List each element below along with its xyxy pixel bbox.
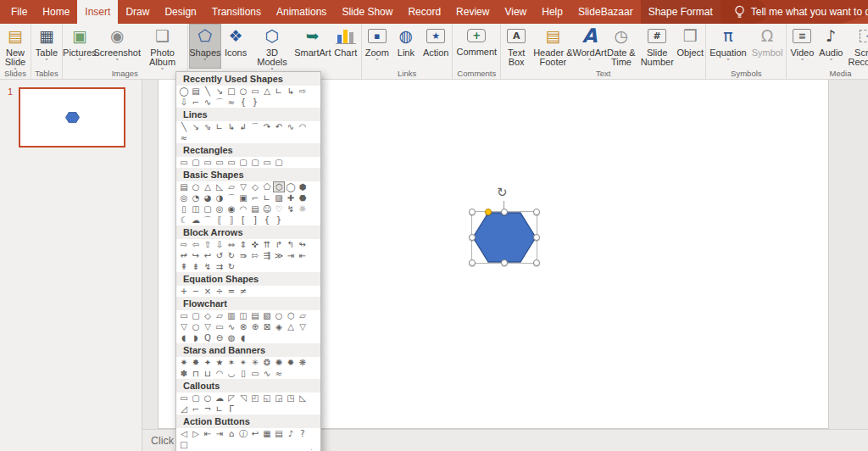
shape-option[interactable]: ↷ bbox=[261, 121, 273, 132]
shape-option[interactable]: ○ bbox=[190, 181, 202, 192]
shape-option[interactable]: ▨ bbox=[273, 192, 285, 203]
tab-slide-show[interactable]: Slide Show bbox=[334, 0, 400, 24]
ribbon-button-equation[interactable]: πEquation˅ bbox=[707, 24, 748, 69]
shape-option[interactable]: ✴ bbox=[237, 357, 249, 368]
shape-option[interactable]: ◎ bbox=[214, 203, 225, 214]
ribbon-button-screenshot[interactable]: ◉Screenshot˅ bbox=[96, 24, 139, 69]
shape-option[interactable]: ⬡ bbox=[285, 310, 297, 321]
shape-option[interactable]: ▭ bbox=[214, 321, 225, 332]
shape-option[interactable]: { bbox=[261, 214, 273, 226]
ribbon-button-zoom[interactable]: ▪Zoom˅ bbox=[363, 24, 392, 69]
tab-animations[interactable]: Animations bbox=[269, 0, 334, 24]
shape-option[interactable]: ⟧ bbox=[225, 214, 237, 226]
shape-option[interactable]: ↱ bbox=[273, 239, 285, 250]
shape-option[interactable]: ▱ bbox=[297, 310, 309, 321]
shape-option[interactable]: ✚ bbox=[285, 192, 297, 203]
shape-option[interactable]: ▭ bbox=[202, 157, 214, 168]
shape-option[interactable]: ☼ bbox=[297, 203, 309, 214]
shape-option[interactable]: ▱ bbox=[225, 181, 237, 192]
resize-handle-e[interactable] bbox=[533, 234, 540, 241]
shape-option[interactable]: ⊔ bbox=[202, 368, 214, 379]
shape-option[interactable]: ✹ bbox=[285, 357, 297, 368]
ribbon-button-slide-number[interactable]: #Slide Number bbox=[638, 24, 676, 69]
shape-option[interactable]: ◹ bbox=[237, 393, 249, 404]
shape-option[interactable]: ▢ bbox=[190, 310, 202, 321]
tab-file[interactable]: File bbox=[3, 0, 35, 24]
shape-option[interactable]: △ bbox=[285, 321, 297, 332]
shape-option[interactable]: ★ bbox=[214, 357, 225, 368]
shape-option[interactable]: ] bbox=[249, 214, 261, 226]
shape-option[interactable]: ▽ bbox=[297, 321, 309, 332]
shape-option[interactable]: ⇘ bbox=[202, 121, 214, 132]
ribbon-button-smartart[interactable]: ➥SmartArt bbox=[294, 24, 331, 69]
shape-option[interactable]: ♡ bbox=[273, 203, 285, 214]
tab-shape-format[interactable]: Shape Format bbox=[641, 0, 721, 24]
resize-handle-n[interactable] bbox=[501, 209, 508, 215]
shape-option[interactable]: ⇥ bbox=[285, 250, 297, 261]
slide-thumbnail[interactable] bbox=[19, 87, 125, 148]
shape-option[interactable]: ⇨ bbox=[297, 86, 309, 97]
shape-option[interactable]: { bbox=[237, 97, 249, 108]
tab-review[interactable]: Review bbox=[448, 0, 497, 24]
shape-option[interactable]: □ bbox=[178, 439, 190, 450]
ribbon-button-wordart[interactable]: AWordArt˅ bbox=[576, 24, 604, 69]
ribbon-button-object[interactable]: ❒Object bbox=[676, 24, 704, 69]
shape-option[interactable]: ✺ bbox=[273, 357, 285, 368]
shape-option[interactable]: ↬ bbox=[297, 239, 309, 250]
shape-option[interactable]: ◈ bbox=[273, 321, 285, 332]
shape-option[interactable]: ◁ bbox=[178, 428, 190, 439]
shape-option[interactable]: ❂ bbox=[261, 357, 273, 368]
rotation-handle[interactable]: ↻ bbox=[497, 185, 508, 200]
shape-option[interactable]: ? bbox=[297, 428, 309, 439]
shape-option[interactable]: ↰ bbox=[285, 239, 297, 250]
shape-option[interactable]: ▢ bbox=[249, 157, 261, 168]
shape-option[interactable]: ❋ bbox=[297, 357, 309, 368]
shape-option[interactable]: ↯ bbox=[285, 203, 297, 214]
shape-option[interactable]: □ bbox=[225, 86, 237, 97]
shape-option[interactable]: ◰ bbox=[249, 393, 261, 404]
resize-handle-se[interactable] bbox=[533, 259, 540, 266]
shape-option[interactable]: ↘ bbox=[214, 86, 225, 97]
shape-option[interactable]: ⇤ bbox=[202, 428, 214, 439]
shape-option[interactable]: ⇩ bbox=[178, 97, 190, 108]
shape-option[interactable]: ▭ bbox=[249, 86, 261, 97]
shape-option[interactable]: ≈ bbox=[225, 97, 237, 108]
shape-option[interactable]: ▱ bbox=[214, 310, 225, 321]
ribbon-button-date-time[interactable]: ◷Date & Time bbox=[604, 24, 639, 69]
shape-option[interactable]: ∿ bbox=[285, 121, 297, 132]
shape-option[interactable]: ⌒ bbox=[225, 192, 237, 203]
ribbon-button-photo-album[interactable]: ❏Photo Album˅ bbox=[139, 24, 186, 69]
shape-option[interactable]: ✸ bbox=[190, 357, 202, 368]
shape-option[interactable]: ✜ bbox=[249, 239, 261, 250]
shape-option[interactable]: ⇩ bbox=[214, 239, 225, 250]
shape-option[interactable]: ≠ bbox=[237, 286, 249, 297]
shape-option[interactable]: ∿ bbox=[202, 97, 214, 108]
shape-option[interactable]: ◯ bbox=[285, 181, 297, 192]
shape-option[interactable]: ¬ bbox=[202, 404, 214, 415]
shape-option[interactable]: ♪ bbox=[285, 428, 297, 439]
shape-option[interactable]: ▽ bbox=[237, 181, 249, 192]
shape-option[interactable]: × bbox=[202, 286, 214, 297]
ribbon-button-new-slide[interactable]: ▤New Slide˅ bbox=[1, 24, 30, 69]
ribbon-button-table[interactable]: ▦Table˅ bbox=[32, 24, 61, 69]
shape-option[interactable]: ◇ bbox=[202, 310, 214, 321]
shape-option[interactable]: ⌐ bbox=[249, 192, 261, 203]
ribbon-button-action[interactable]: ★Action bbox=[420, 24, 452, 69]
shape-option[interactable]: ⇰ bbox=[249, 250, 261, 261]
tab-record[interactable]: Record bbox=[400, 0, 448, 24]
shape-option[interactable]: ⇥ bbox=[214, 428, 225, 439]
ribbon-button-chart[interactable]: Chart bbox=[331, 24, 360, 69]
resize-handle-sw[interactable] bbox=[469, 259, 476, 266]
shape-option[interactable]: Γ bbox=[225, 404, 237, 415]
shape-option[interactable]: } bbox=[273, 214, 285, 226]
tab-view[interactable]: View bbox=[497, 0, 534, 24]
shape-option[interactable]: ⇤ bbox=[297, 250, 309, 261]
shape-option[interactable]: ∿ bbox=[261, 368, 273, 379]
shape-option[interactable]: ✦ bbox=[202, 357, 214, 368]
resize-handle-nw[interactable] bbox=[469, 209, 476, 215]
shape-option[interactable]: ⇛ bbox=[237, 250, 249, 261]
shape-option[interactable]: ╲ bbox=[202, 86, 214, 97]
shape-option[interactable]: ◎ bbox=[178, 192, 190, 203]
shape-option[interactable]: ↪ bbox=[190, 250, 202, 261]
shape-option[interactable]: ▢ bbox=[190, 393, 202, 404]
